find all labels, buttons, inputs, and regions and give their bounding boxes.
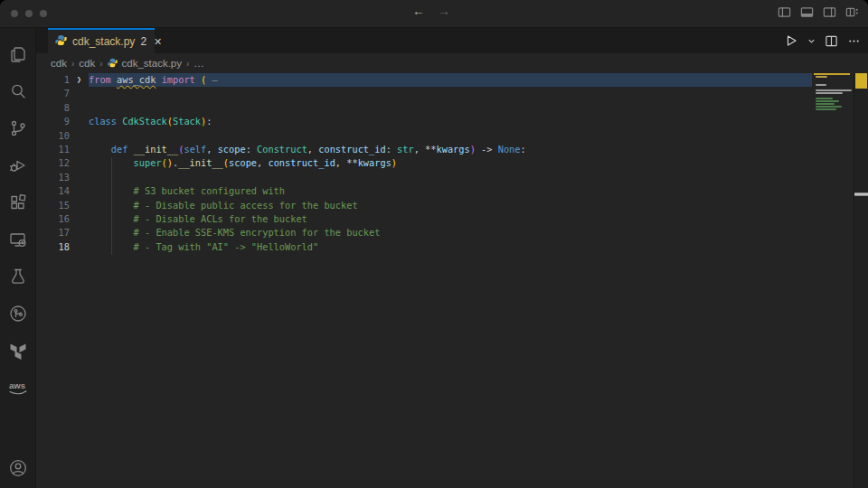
code-text [89, 171, 812, 184]
code-line[interactable]: 8 [36, 101, 812, 115]
breadcrumb-separator: › [71, 59, 74, 69]
indent-guide [111, 157, 112, 255]
svg-text:aws: aws [9, 380, 25, 390]
activity-bar-terraform-icon[interactable] [0, 332, 35, 369]
python-file-icon [108, 58, 118, 69]
code-line[interactable]: 15 # - Disable public access for the buc… [36, 199, 812, 212]
line-number: 17 [36, 226, 70, 239]
more-actions-button[interactable] [847, 34, 861, 48]
code-text: # - Disable ACLs for the bucket [89, 212, 812, 226]
code-text: from aws_cdk import ( – [89, 73, 812, 87]
fold-column [70, 240, 89, 254]
fold-column [70, 129, 89, 143]
minimap-line [816, 76, 827, 78]
fold-chevron-icon[interactable]: ❯ [70, 73, 89, 87]
breadcrumb: cdk›cdk›cdk_stack.py›… [36, 53, 868, 73]
split-editor-button[interactable] [825, 34, 838, 48]
window-close-button[interactable] [11, 10, 18, 17]
toggle-primary-sidebar-icon[interactable] [778, 5, 791, 19]
window-zoom-button[interactable] [40, 10, 47, 17]
code-text: # - Tag with "AI" -> "HelloWorld" [89, 240, 812, 254]
code-text: # - Disable public access for the bucket [89, 199, 812, 212]
toggle-panel-icon[interactable] [800, 5, 814, 19]
activity-bar-aws-toolkit-icon[interactable]: aws [0, 369, 35, 406]
minimap-line [816, 100, 839, 102]
code-line[interactable]: 14 # S3 bucket configured with [36, 184, 812, 198]
fold-column [70, 226, 89, 239]
breadcrumb-item[interactable]: cdk [51, 58, 67, 69]
run-python-file-button[interactable] [784, 33, 798, 48]
fold-column [70, 171, 89, 184]
fold-column [70, 87, 89, 100]
minimap-line [816, 108, 836, 110]
minimap-line [816, 98, 833, 99]
fold-column [70, 101, 89, 115]
tab-cdk-stack-py[interactable]: cdk_stack.py 2 ✕ [48, 28, 155, 53]
overview-modified-marker [855, 73, 867, 89]
fold-column [70, 156, 89, 170]
overview-cursor-marker [854, 192, 868, 196]
activity-bar-remote-explorer-icon[interactable] [0, 221, 35, 258]
python-file-icon [55, 33, 67, 50]
code-line[interactable]: 9class CdkStack(Stack): [36, 115, 812, 128]
code-text: # S3 bucket configured with [89, 184, 812, 198]
activity-bar-run-and-debug-icon[interactable] [0, 146, 35, 183]
code-line[interactable]: 11 def __init__(self, scope: Construct, … [36, 143, 812, 156]
minimap-line [816, 92, 843, 94]
window-controls[interactable] [11, 10, 47, 17]
activity-bar-explorer-icon[interactable] [0, 35, 35, 72]
navigate-back-button[interactable]: ← [412, 4, 425, 18]
code-text [89, 101, 812, 115]
code-line[interactable]: 16 # - Disable ACLs for the bucket [36, 212, 812, 226]
breadcrumb-symbol-more[interactable]: … [193, 58, 204, 69]
breadcrumb-separator: › [186, 59, 189, 69]
code-line[interactable]: 10 [36, 129, 812, 143]
code-line[interactable]: 12 super().__init__(scope, construct_id,… [36, 156, 812, 170]
toggle-secondary-sidebar-icon[interactable] [823, 5, 836, 19]
minimap[interactable] [812, 73, 854, 488]
code-line[interactable]: 7 [36, 87, 812, 100]
minimap-line [816, 84, 826, 86]
activity-bar-testing-icon[interactable] [0, 258, 35, 295]
activity-bar-source-control-icon[interactable] [0, 109, 35, 146]
breadcrumb-item[interactable]: cdk_stack.py [122, 58, 182, 69]
code-line[interactable]: 1❯from aws_cdk import ( – [36, 73, 812, 87]
activity-bar-extensions-icon[interactable] [0, 183, 35, 221]
fold-column [70, 184, 89, 198]
fold-column [70, 212, 89, 226]
activity-bar-search-icon[interactable] [0, 72, 35, 109]
overview-ruler-scrollbar[interactable] [854, 73, 868, 488]
line-number: 11 [36, 143, 70, 156]
activity-bar-accounts-icon[interactable] [0, 449, 35, 486]
line-number: 7 [36, 87, 70, 100]
fold-column [70, 143, 89, 156]
code-line[interactable]: 17 # - Enable SSE-KMS encryption for the… [36, 226, 812, 239]
line-number: 15 [36, 199, 70, 212]
activity-bar-codecatalyst-icon[interactable] [0, 295, 35, 332]
code-line[interactable]: 18 # - Tag with "AI" -> "HelloWorld" [36, 240, 812, 254]
line-number: 8 [36, 101, 70, 115]
minimap-line [816, 106, 842, 108]
title-bar: ← → [0, 0, 868, 28]
breadcrumb-separator: › [99, 59, 102, 69]
fold-column [70, 199, 89, 212]
fold-column [70, 115, 89, 128]
code-text: # - Enable SSE-KMS encryption for the bu… [89, 226, 812, 239]
customize-layout-icon[interactable] [845, 5, 859, 19]
tab-close-icon[interactable]: ✕ [154, 36, 162, 48]
navigate-forward-button[interactable]: → [438, 4, 450, 18]
code-text [89, 129, 812, 143]
line-number: 13 [36, 171, 70, 184]
line-number: 16 [36, 212, 70, 226]
window-minimize-button[interactable] [25, 10, 33, 17]
code-text: super().__init__(scope, construct_id, **… [89, 156, 812, 170]
line-number: 10 [36, 129, 70, 143]
breadcrumb-item[interactable]: cdk [79, 58, 95, 69]
code-line[interactable]: 13 [36, 171, 812, 184]
line-number: 12 [36, 156, 70, 170]
minimap-line [816, 103, 835, 105]
activity-bar: aws [0, 28, 36, 488]
code-editor[interactable]: 1❯from aws_cdk import ( –789class CdkSta… [36, 73, 868, 488]
tab-duplicate-badge: 2 [140, 35, 146, 48]
run-dropdown-button[interactable] [807, 37, 816, 45]
